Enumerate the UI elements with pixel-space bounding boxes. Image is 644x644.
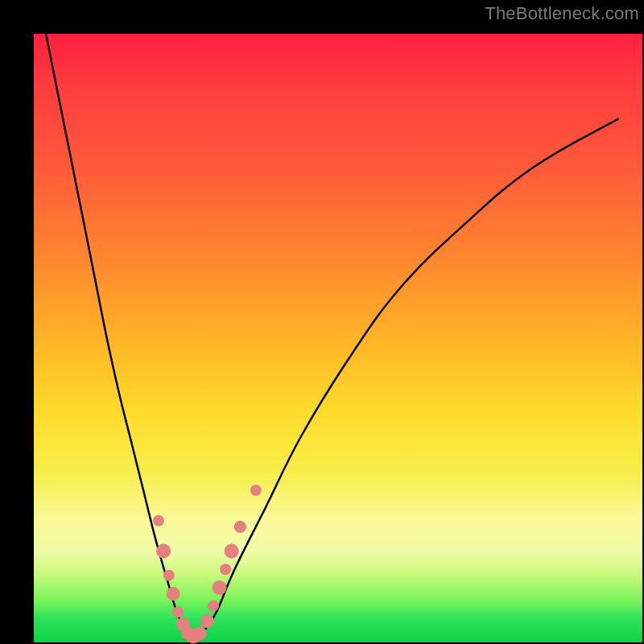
data-marker [200,614,214,628]
bottleneck-curve [46,34,618,636]
chart-svg [34,34,642,642]
data-marker [220,564,231,575]
data-marker [163,570,175,581]
data-marker [250,485,262,496]
data-marker [172,606,184,617]
marker-group [153,485,262,644]
plot-area [34,34,642,642]
chart-frame: TheBottleneck.com [0,0,644,644]
data-marker [234,521,246,533]
data-marker [208,601,219,612]
data-marker [153,515,164,526]
data-marker [213,580,227,595]
data-marker [156,544,171,559]
data-marker [167,587,180,601]
data-marker [225,544,239,559]
data-marker [193,626,207,640]
watermark-text: TheBottleneck.com [485,3,639,24]
